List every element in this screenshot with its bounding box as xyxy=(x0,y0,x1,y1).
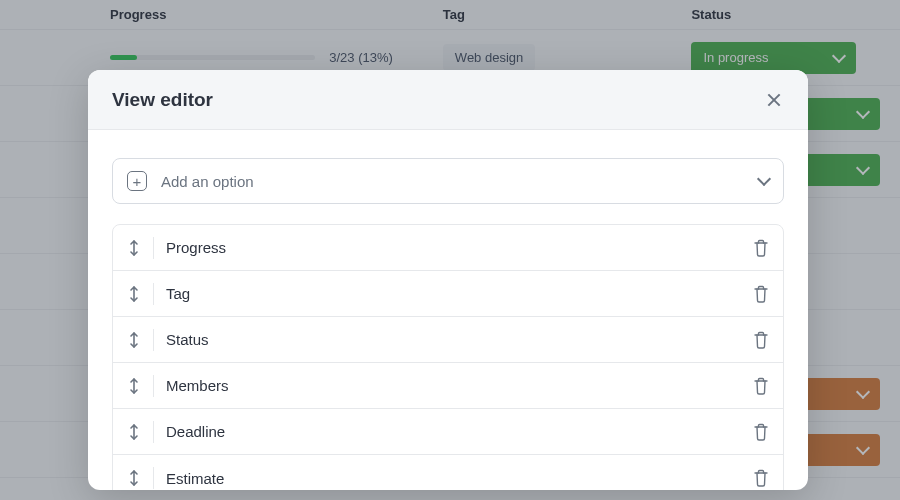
close-button[interactable] xyxy=(764,90,784,110)
add-option-dropdown[interactable]: Add an option xyxy=(112,158,784,204)
close-icon xyxy=(766,92,782,108)
field-label: Estimate xyxy=(166,470,224,487)
drag-handle-icon[interactable] xyxy=(127,331,141,349)
chevron-down-icon xyxy=(757,172,771,186)
plus-icon xyxy=(127,171,147,191)
field-row-tag[interactable]: Tag xyxy=(113,271,783,317)
separator xyxy=(153,237,154,259)
delete-button[interactable] xyxy=(753,469,769,487)
separator xyxy=(153,283,154,305)
separator xyxy=(153,421,154,443)
field-label: Tag xyxy=(166,285,190,302)
field-row-members[interactable]: Members xyxy=(113,363,783,409)
delete-button[interactable] xyxy=(753,423,769,441)
modal-header: View editor xyxy=(88,70,808,130)
modal-title: View editor xyxy=(112,89,213,111)
drag-handle-icon[interactable] xyxy=(127,285,141,303)
separator xyxy=(153,329,154,351)
view-editor-modal: View editor Add an option Progress xyxy=(88,70,808,490)
field-row-status[interactable]: Status xyxy=(113,317,783,363)
drag-handle-icon[interactable] xyxy=(127,469,141,487)
delete-button[interactable] xyxy=(753,285,769,303)
drag-handle-icon[interactable] xyxy=(127,239,141,257)
drag-handle-icon[interactable] xyxy=(127,377,141,395)
field-label: Status xyxy=(166,331,209,348)
field-row-deadline[interactable]: Deadline xyxy=(113,409,783,455)
delete-button[interactable] xyxy=(753,377,769,395)
add-option-label: Add an option xyxy=(161,173,254,190)
field-label: Members xyxy=(166,377,229,394)
field-list: Progress Tag Status xyxy=(112,224,784,490)
field-row-estimate[interactable]: Estimate xyxy=(113,455,783,490)
separator xyxy=(153,467,154,489)
field-label: Progress xyxy=(166,239,226,256)
field-row-progress[interactable]: Progress xyxy=(113,225,783,271)
separator xyxy=(153,375,154,397)
field-label: Deadline xyxy=(166,423,225,440)
modal-body: Add an option Progress Tag xyxy=(88,130,808,490)
drag-handle-icon[interactable] xyxy=(127,423,141,441)
delete-button[interactable] xyxy=(753,331,769,349)
delete-button[interactable] xyxy=(753,239,769,257)
